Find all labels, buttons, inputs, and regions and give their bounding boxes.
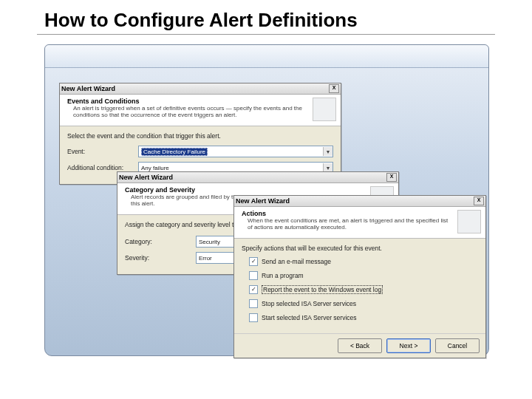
wizard-actions-dialog: New Alert Wizard X Actions When the even… xyxy=(233,195,486,358)
dialog-title: New Alert Wizard xyxy=(61,85,115,92)
header-title: Category and Severity xyxy=(125,186,367,194)
header-description: When the event conditions are met, an al… xyxy=(242,218,454,231)
dialog-titlebar[interactable]: New Alert Wizard X xyxy=(234,196,485,207)
checkbox-label: Run a program xyxy=(262,272,304,279)
checkbox-label: Stop selected ISA Server services xyxy=(262,300,356,307)
divider xyxy=(37,34,495,35)
button-bar: < Back Next > Cancel xyxy=(234,333,485,358)
header-description: An alert is triggered when a set of defi… xyxy=(67,106,310,119)
next-button[interactable]: Next > xyxy=(386,338,431,353)
category-value: Security xyxy=(199,239,220,245)
back-button[interactable]: < Back xyxy=(338,338,382,353)
wizard-events-dialog: New Alert Wizard X Events and Conditions… xyxy=(59,83,341,185)
prompt-text: Select the event and the condition that … xyxy=(67,132,333,140)
checkbox-report-eventlog[interactable] xyxy=(249,285,258,294)
dialog-title: New Alert Wizard xyxy=(236,197,290,205)
checkbox-run-program[interactable] xyxy=(249,271,258,280)
header-title: Events and Conditions xyxy=(67,98,310,105)
severity-label: Severity: xyxy=(125,254,191,262)
checkbox-label: Start selected ISA Server services xyxy=(262,314,357,321)
dialog-title: New Alert Wizard xyxy=(119,174,173,181)
event-label: Event: xyxy=(67,148,134,155)
checkbox-send-email[interactable] xyxy=(249,257,258,266)
prompt-text: Specify actions that will be executed fo… xyxy=(242,245,478,252)
header-title: Actions xyxy=(242,210,454,217)
event-value: Cache Directory Failure xyxy=(141,148,208,156)
checkbox-label: Report the event to the Windows event lo… xyxy=(262,285,383,294)
chevron-down-icon[interactable]: ▼ xyxy=(323,147,332,156)
dialog-header: Events and Conditions An alert is trigge… xyxy=(60,95,341,126)
checkbox-start-services[interactable] xyxy=(249,313,258,322)
condition-value: Any failure xyxy=(141,165,169,171)
window-titlebar xyxy=(45,45,488,68)
close-icon[interactable]: X xyxy=(474,197,484,205)
dialog-titlebar[interactable]: New Alert Wizard X xyxy=(117,172,398,183)
checkbox-label: Send an e-mail message xyxy=(262,258,331,265)
slide-title: How to Configure Alert Definitions xyxy=(44,9,358,32)
condition-label: Additional condition: xyxy=(67,164,134,171)
dialog-header: Actions When the event conditions are me… xyxy=(234,207,485,239)
wizard-icon xyxy=(457,210,481,233)
category-label: Category: xyxy=(125,238,191,245)
close-icon[interactable]: X xyxy=(386,173,397,182)
checkbox-stop-services[interactable] xyxy=(249,299,258,308)
cancel-button[interactable]: Cancel xyxy=(435,338,480,353)
severity-value: Error xyxy=(199,255,212,262)
event-dropdown[interactable]: Cache Directory Failure ▼ xyxy=(138,146,333,157)
close-icon[interactable]: X xyxy=(329,84,339,93)
wizard-icon xyxy=(313,98,336,121)
dialog-titlebar[interactable]: New Alert Wizard X xyxy=(60,83,341,95)
